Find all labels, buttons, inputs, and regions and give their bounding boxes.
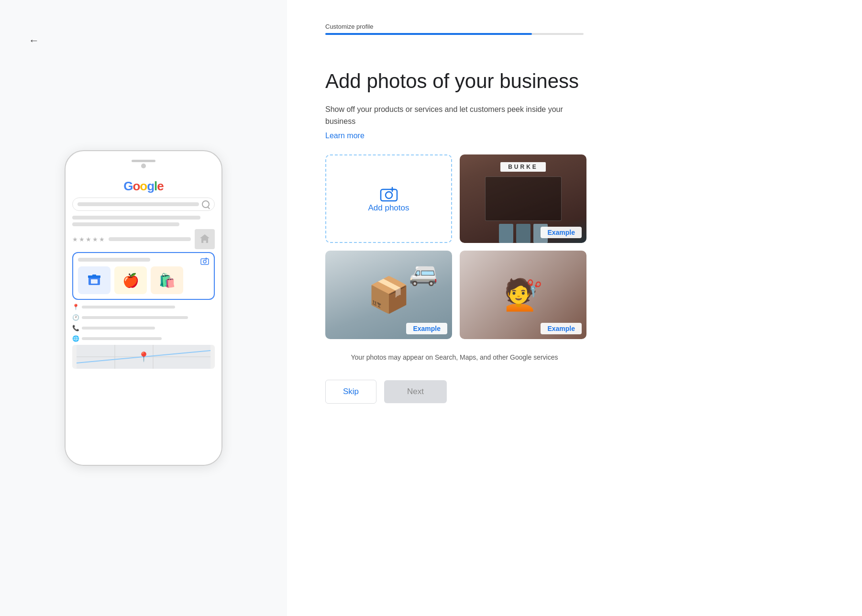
step-label: Customize profile xyxy=(325,23,814,30)
mock-line-1 xyxy=(72,216,200,220)
phone-speaker xyxy=(132,160,155,162)
globe-icon-mock: 🌐 xyxy=(72,335,79,342)
learn-more-link[interactable]: Learn more xyxy=(325,132,814,140)
burke-window xyxy=(485,176,562,221)
mock-card-title xyxy=(78,258,150,262)
svg-rect-12 xyxy=(92,275,96,276)
main-title: Add photos of your business xyxy=(325,69,814,93)
location-lines xyxy=(82,306,215,308)
photo-icons-row: 🍎 🛍️ xyxy=(78,266,209,294)
store-icon-mock xyxy=(195,229,215,249)
left-panel: ← Google ★ ★ ★ ★ xyxy=(0,0,287,616)
mock-location-row: 📍 xyxy=(72,304,215,310)
globe-lines xyxy=(82,337,215,340)
map-mock: 📍 xyxy=(72,345,215,369)
add-photos-box[interactable]: Add photos xyxy=(325,154,452,243)
phone-camera-dot xyxy=(141,164,146,168)
burke-photo-box: BURKE Example xyxy=(460,154,586,243)
location-icon-mock: 📍 xyxy=(72,304,79,310)
next-button[interactable]: Next xyxy=(384,380,447,403)
example-badge-1: Example xyxy=(541,227,582,238)
svg-point-19 xyxy=(386,192,392,198)
mock-globe-row: 🌐 xyxy=(72,335,215,342)
footer-note: Your photos may appear on Search, Maps, … xyxy=(325,352,584,363)
progress-section: Customize profile xyxy=(325,23,814,52)
bag-icon-box: 🛍️ xyxy=(151,266,183,294)
mock-rating-text xyxy=(109,237,191,241)
svg-rect-18 xyxy=(381,189,397,201)
phone-icon-mock: 📞 xyxy=(72,325,79,331)
svg-rect-10 xyxy=(91,279,98,284)
search-bar-mock xyxy=(72,198,215,211)
svg-marker-0 xyxy=(200,234,210,238)
mock-line-2 xyxy=(72,222,179,226)
stars-mock: ★ ★ ★ ★ ★ xyxy=(72,236,105,243)
search-icon-mock xyxy=(202,200,210,208)
clock-lines xyxy=(82,316,215,319)
van-icon: 🚐 xyxy=(409,260,438,287)
food-icon-box: 🍎 xyxy=(114,266,147,294)
google-logo: Google xyxy=(72,179,215,194)
burke-sign-text: BURKE xyxy=(500,162,546,172)
example-badge-2: Example xyxy=(406,323,447,334)
svg-point-4 xyxy=(203,260,206,263)
back-button[interactable]: ← xyxy=(29,34,39,47)
example-badge-3: Example xyxy=(541,323,582,334)
description-text: Show off your products or services and l… xyxy=(325,104,564,128)
right-panel: Customize profile Add photos of your bus… xyxy=(287,0,862,616)
hair-icon: 💇 xyxy=(504,277,542,313)
mock-rating-row: ★ ★ ★ ★ ★ xyxy=(72,229,215,249)
hair-photo-box: 💇 Example xyxy=(460,251,586,339)
search-input-mock xyxy=(77,202,199,206)
delivery-person-icon: 📦 xyxy=(367,277,410,312)
add-photo-icon-small xyxy=(200,257,209,267)
photos-grid: Add photos BURKE Example 📦 🚐 Example xyxy=(325,154,814,339)
camera-plus-icon xyxy=(379,184,398,203)
photo-card-highlight: 🍎 🛍️ xyxy=(72,252,215,300)
progress-bar-container xyxy=(325,33,584,35)
shop-icon-box xyxy=(78,266,111,294)
mock-clock-row: 🕐 xyxy=(72,314,215,321)
delivery-photo-box: 📦 🚐 Example xyxy=(325,251,452,339)
action-buttons: Skip Next xyxy=(325,380,814,404)
clock-icon-mock: 🕐 xyxy=(72,314,79,321)
phone-screen: Google ★ ★ ★ ★ ★ xyxy=(66,173,221,465)
add-photos-label: Add photos xyxy=(368,203,409,213)
skip-button[interactable]: Skip xyxy=(325,380,376,404)
svg-rect-3 xyxy=(201,259,209,264)
map-pin-mock: 📍 xyxy=(138,351,150,363)
mock-phone-row: 📞 xyxy=(72,325,215,331)
phone-mockup: Google ★ ★ ★ ★ ★ xyxy=(65,150,222,466)
phone-lines xyxy=(82,327,215,330)
svg-rect-2 xyxy=(203,241,206,243)
progress-bar-fill xyxy=(325,33,532,35)
